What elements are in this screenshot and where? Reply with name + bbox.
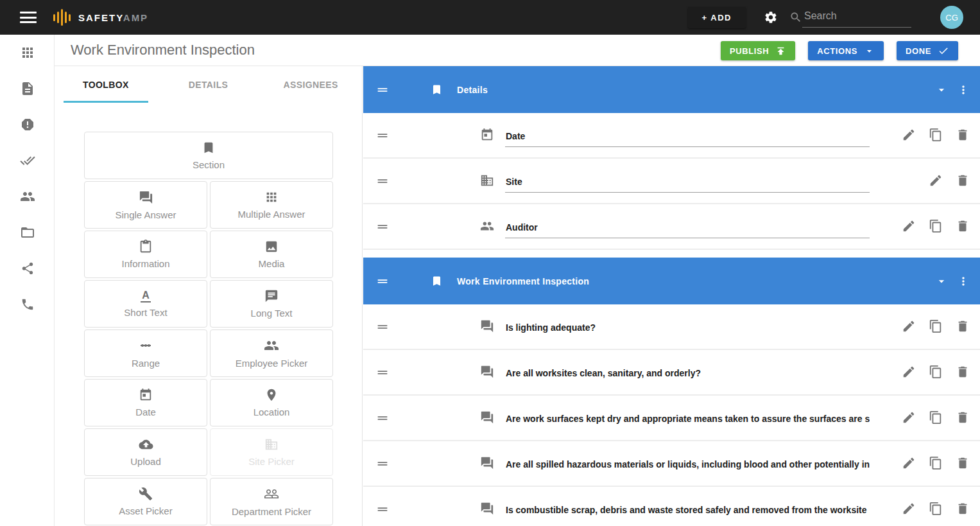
- edit-icon[interactable]: [902, 456, 916, 470]
- tool-multiple-answer[interactable]: Multiple Answer: [210, 181, 333, 229]
- question-row: Are all worksites clean, sanitary, and o…: [363, 350, 980, 396]
- avatar[interactable]: CG: [940, 6, 963, 29]
- copy-icon[interactable]: [929, 410, 943, 425]
- delete-icon[interactable]: [956, 456, 970, 470]
- left-panel: TOOLBOX DETAILS ASSIGNEES Section Single…: [55, 66, 363, 526]
- menu-icon[interactable]: [20, 12, 37, 23]
- caret-down-icon: [864, 46, 875, 57]
- tool-employee-picker[interactable]: Employee Picker: [210, 329, 333, 377]
- question-answer-icon: [480, 456, 494, 470]
- search-box: [789, 8, 911, 28]
- wrench-icon: [139, 487, 153, 501]
- copy-icon[interactable]: [929, 128, 943, 142]
- tool-department-picker[interactable]: Department Picker: [210, 478, 333, 525]
- check-icon: [938, 45, 949, 57]
- page-header: Work Environment Inspection PUBLISH ACTI…: [55, 35, 980, 66]
- search-icon: [789, 11, 802, 24]
- collapse-caret-icon[interactable]: [935, 275, 948, 288]
- logo-bars-icon: [53, 8, 71, 26]
- delete-icon[interactable]: [956, 365, 970, 379]
- edit-icon[interactable]: [902, 219, 916, 233]
- tool-date[interactable]: Date: [84, 379, 207, 426]
- rail-done-all-icon[interactable]: [0, 143, 55, 179]
- more-vert-icon[interactable]: [957, 83, 970, 96]
- tab-assignees[interactable]: ASSIGNEES: [259, 66, 362, 103]
- publish-icon: [775, 46, 786, 57]
- delete-icon[interactable]: [956, 219, 970, 233]
- question-label: Are all spilled hazardous materials or l…: [506, 459, 870, 469]
- rail-report-icon[interactable]: [0, 107, 55, 143]
- delete-icon[interactable]: [956, 128, 970, 142]
- rail-phone-icon[interactable]: [0, 286, 55, 322]
- field-row-auditor: Auditor: [363, 204, 980, 250]
- gear-icon[interactable]: [764, 10, 778, 24]
- delete-icon[interactable]: [956, 173, 970, 188]
- tool-location[interactable]: Location: [210, 379, 333, 426]
- edit-icon[interactable]: [902, 319, 916, 333]
- short-text-a-icon: A: [141, 290, 151, 302]
- tool-media[interactable]: Media: [210, 231, 333, 278]
- rail-document-icon[interactable]: [0, 71, 55, 107]
- tab-details[interactable]: DETAILS: [157, 66, 260, 103]
- drag-handle-icon[interactable]: [375, 365, 390, 380]
- question-row: Is lighting adequate?: [363, 304, 980, 350]
- section-header-wei: Work Environment Inspection: [363, 258, 980, 304]
- publish-button[interactable]: PUBLISH: [721, 41, 795, 60]
- tool-single-answer[interactable]: Single Answer: [84, 181, 207, 229]
- drag-handle-icon[interactable]: [375, 320, 390, 334]
- tool-long-text[interactable]: Long Text: [210, 280, 333, 328]
- cloud-upload-icon: [138, 437, 154, 451]
- tool-asset-picker[interactable]: Asset Picker: [84, 478, 207, 525]
- drag-handle-icon[interactable]: [375, 220, 390, 234]
- copy-icon[interactable]: [929, 365, 943, 379]
- copy-icon[interactable]: [929, 319, 943, 333]
- tool-section[interactable]: Section: [84, 132, 333, 179]
- chat-icon: [264, 289, 279, 303]
- edit-icon[interactable]: [902, 502, 916, 516]
- drag-handle-icon[interactable]: [375, 174, 390, 188]
- rail-folder-icon[interactable]: [0, 215, 55, 250]
- edit-icon[interactable]: [902, 128, 916, 142]
- delete-icon[interactable]: [956, 319, 970, 333]
- drag-handle-icon[interactable]: [375, 128, 390, 143]
- place-icon: [264, 388, 279, 402]
- tab-toolbox[interactable]: TOOLBOX: [55, 66, 157, 103]
- bookmark-icon: [431, 275, 443, 287]
- collapse-caret-icon[interactable]: [935, 83, 948, 96]
- tool-range[interactable]: Range: [84, 329, 207, 377]
- tool-information[interactable]: Information: [84, 231, 207, 278]
- search-input[interactable]: [802, 8, 911, 28]
- field-label: Site: [506, 177, 870, 187]
- top-app-bar: SAFETYAMP + ADD CG: [0, 0, 980, 35]
- question-row: Are all spilled hazardous materials or l…: [363, 441, 980, 487]
- copy-icon[interactable]: [929, 502, 943, 516]
- tool-upload[interactable]: Upload: [84, 428, 207, 476]
- delete-icon[interactable]: [956, 410, 970, 425]
- question-answer-icon: [480, 319, 494, 333]
- building-icon: [480, 173, 494, 188]
- edit-icon[interactable]: [902, 365, 916, 379]
- rail-share-icon[interactable]: [0, 250, 55, 286]
- delete-icon[interactable]: [956, 502, 970, 516]
- edit-icon[interactable]: [902, 410, 916, 425]
- done-button[interactable]: DONE: [897, 41, 958, 60]
- drag-handle-icon[interactable]: [375, 83, 390, 97]
- drag-handle-icon[interactable]: [375, 274, 390, 288]
- page-title: Work Environment Inspection: [71, 42, 255, 58]
- tool-short-text[interactable]: A Short Text: [84, 280, 207, 328]
- drag-handle-icon[interactable]: [375, 411, 390, 425]
- drag-handle-icon[interactable]: [375, 457, 390, 471]
- calendar-icon: [480, 128, 494, 142]
- drag-handle-icon[interactable]: [375, 502, 390, 516]
- edit-icon[interactable]: [929, 173, 943, 188]
- field-row-date: Date: [363, 113, 980, 159]
- actions-button[interactable]: ACTIONS: [808, 41, 884, 60]
- add-button[interactable]: + ADD: [688, 7, 746, 28]
- more-vert-icon[interactable]: [957, 275, 970, 288]
- copy-icon[interactable]: [929, 456, 943, 470]
- copy-icon[interactable]: [929, 219, 943, 233]
- rail-apps-icon[interactable]: [0, 35, 55, 71]
- rail-people-icon[interactable]: [0, 179, 55, 215]
- safetyamp-logo: SAFETYAMP: [53, 8, 148, 26]
- image-icon: [264, 240, 279, 254]
